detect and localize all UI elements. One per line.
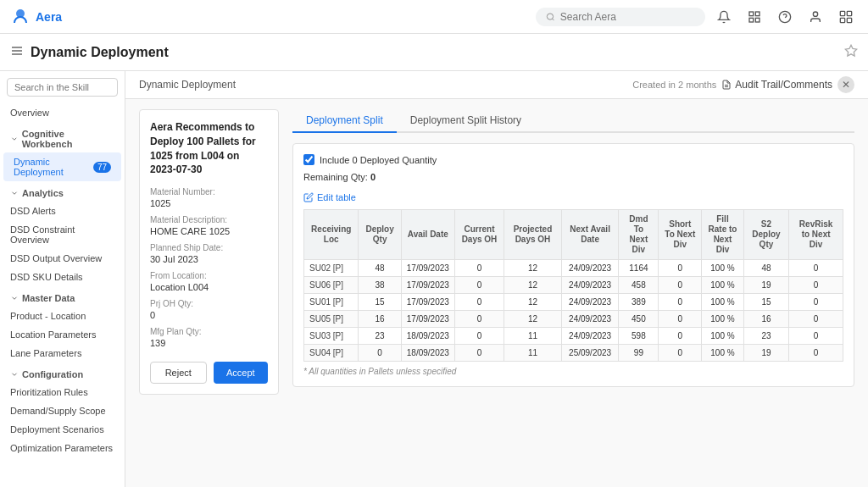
svg-rect-11 xyxy=(840,18,844,22)
cell-deploy-qty: 15 xyxy=(359,294,401,311)
cell-next-avail: 24/09/2023 xyxy=(561,294,619,311)
sidebar-search-input[interactable] xyxy=(7,78,118,97)
sidebar-section-analytics: Analytics xyxy=(0,181,125,202)
cell-avail-date: 17/09/2023 xyxy=(401,260,454,277)
table-row: SU06 [P] 38 17/09/2023 0 12 24/09/2023 4… xyxy=(304,277,843,294)
svg-rect-5 xyxy=(755,18,760,22)
global-search-input[interactable] xyxy=(560,11,695,23)
col-s2-deploy: S2 Deploy Qty xyxy=(743,210,788,260)
sidebar-item-overview[interactable]: Overview xyxy=(0,103,125,122)
sidebar-item-product-location[interactable]: Product - Location xyxy=(0,307,125,325)
cell-dmd-next: 389 xyxy=(619,294,659,311)
sidebar-section-analytics-label: Analytics xyxy=(22,188,64,198)
cell-projected-days: 11 xyxy=(504,345,562,362)
cell-revrisk: 0 xyxy=(789,328,843,345)
main-layout: Overview Cognitive Workbench Dynamic Dep… xyxy=(0,71,868,487)
nav-icons xyxy=(712,5,858,29)
deployment-section: Include 0 Deployed Quantity Remaining Qt… xyxy=(292,143,854,387)
cell-s2-deploy: 48 xyxy=(743,260,788,277)
sidebar-item-demand-supply[interactable]: Demand/Supply Scope xyxy=(0,401,125,420)
svg-point-1 xyxy=(547,13,553,19)
table-row: SU05 [P] 16 17/09/2023 0 12 24/09/2023 4… xyxy=(304,311,843,328)
info-value-material-desc: HOME CARE 1025 xyxy=(150,226,268,236)
chevron-down-icon-master xyxy=(10,294,19,302)
global-search[interactable] xyxy=(536,8,705,26)
info-value-prj-oh: 0 xyxy=(150,310,268,320)
cell-revrisk: 0 xyxy=(789,260,843,277)
cell-avail-date: 17/09/2023 xyxy=(401,277,454,294)
col-fill-rate: Fill Rate to Next Div xyxy=(702,210,744,260)
cell-projected-days: 12 xyxy=(504,277,562,294)
audit-trail-button[interactable]: Audit Trail/Comments xyxy=(721,79,832,91)
sidebar-section-cognitive-label: Cognitive Workbench xyxy=(22,129,114,149)
reject-button[interactable]: Reject xyxy=(150,362,207,384)
col-avail-date: Avail Date xyxy=(401,210,454,260)
info-panel-title: Aera Recommends to Deploy 100 Pallets fo… xyxy=(150,120,268,177)
close-button[interactable]: ✕ xyxy=(837,76,854,93)
cell-loc: SU03 [P] xyxy=(304,328,359,345)
info-row-material-desc: Material Description: HOME CARE 1025 xyxy=(150,215,268,236)
sidebar-item-location-params[interactable]: Location Parameters xyxy=(0,325,125,344)
sidebar-item-dsd-sku[interactable]: DSD SKU Details xyxy=(0,268,125,286)
cell-fill-rate: 100 % xyxy=(702,294,744,311)
include-label: Include 0 Deployed Quantity xyxy=(320,155,437,165)
cell-current-days: 0 xyxy=(454,277,504,294)
favorite-icon[interactable] xyxy=(844,44,858,60)
chevron-down-icon-config xyxy=(10,370,19,379)
cell-loc: SU06 [P] xyxy=(304,277,359,294)
sidebar-item-optimization[interactable]: Optimization Parameters xyxy=(0,439,125,457)
edit-icon xyxy=(303,192,314,202)
cell-s2-deploy: 19 xyxy=(743,277,788,294)
user-icon[interactable] xyxy=(804,5,827,29)
breadcrumb-bar: Dynamic Deployment Created in 2 months A… xyxy=(125,71,868,99)
svg-rect-4 xyxy=(749,18,754,22)
action-buttons: Reject Accept xyxy=(150,362,268,384)
cell-revrisk: 0 xyxy=(789,311,843,328)
tab-deployment-split-history[interactable]: Deployment Split History xyxy=(397,109,535,133)
sidebar-item-dynamic-deployment[interactable]: Dynamic Deployment 77 xyxy=(3,152,121,181)
remaining-label: Remaining Qty: xyxy=(303,172,368,182)
cell-next-avail: 24/09/2023 xyxy=(561,328,619,345)
info-panel: Aera Recommends to Deploy 100 Pallets fo… xyxy=(139,109,279,395)
remaining-row: Remaining Qty: 0 xyxy=(303,172,843,182)
sidebar-item-prioritization[interactable]: Prioritization Rules xyxy=(0,383,125,401)
tab-deployment-split[interactable]: Deployment Split xyxy=(292,109,397,133)
col-short-next: Short To Next Div xyxy=(659,210,702,260)
cell-deploy-qty: 16 xyxy=(359,311,401,328)
cell-loc: SU05 [P] xyxy=(304,311,359,328)
deployment-table: Receiving Loc Deploy Qty Avail Date Curr… xyxy=(303,209,843,362)
grid-icon[interactable] xyxy=(743,5,766,29)
cell-next-avail: 25/09/2023 xyxy=(561,345,619,362)
info-value-mfg-plan: 139 xyxy=(150,338,268,348)
cell-projected-days: 11 xyxy=(504,328,562,345)
include-checkbox[interactable] xyxy=(303,154,314,165)
cell-current-days: 0 xyxy=(454,328,504,345)
cell-short-next: 0 xyxy=(659,260,702,277)
sidebar-item-dsd-output[interactable]: DSD Output Overview xyxy=(0,249,125,268)
sidebar-item-dsd-alerts[interactable]: DSD Alerts xyxy=(0,202,125,220)
sidebar-item-lane-params[interactable]: Lane Parameters xyxy=(0,344,125,362)
accept-button[interactable]: Accept xyxy=(214,362,269,384)
svg-rect-10 xyxy=(847,11,851,15)
bell-icon[interactable] xyxy=(712,5,736,29)
cell-deploy-qty: 0 xyxy=(359,345,401,362)
sidebar-item-dsd-constraint[interactable]: DSD Constraint Overview xyxy=(0,220,125,249)
cell-short-next: 0 xyxy=(659,345,702,362)
svg-rect-3 xyxy=(755,12,760,16)
edit-table-button[interactable]: Edit table xyxy=(303,192,356,202)
cell-dmd-next: 598 xyxy=(619,328,659,345)
cell-loc: SU04 [P] xyxy=(304,345,359,362)
cell-short-next: 0 xyxy=(659,294,702,311)
sidebar-item-deployment-scenarios[interactable]: Deployment Scenarios xyxy=(0,420,125,439)
apps-icon[interactable] xyxy=(834,5,858,29)
help-icon[interactable] xyxy=(773,5,797,29)
info-label-material-desc: Material Description: xyxy=(150,215,268,224)
content-panel: Aera Recommends to Deploy 100 Pallets fo… xyxy=(125,99,868,405)
table-row: SU02 [P] 48 17/09/2023 0 12 24/09/2023 1… xyxy=(304,260,843,277)
col-current-days: Current Days OH xyxy=(454,210,504,260)
audit-icon xyxy=(721,80,732,90)
table-row: SU03 [P] 23 18/09/2023 0 11 24/09/2023 5… xyxy=(304,328,843,345)
cell-revrisk: 0 xyxy=(789,294,843,311)
hamburger-icon[interactable] xyxy=(10,44,24,60)
info-label-material-number: Material Number: xyxy=(150,187,268,196)
